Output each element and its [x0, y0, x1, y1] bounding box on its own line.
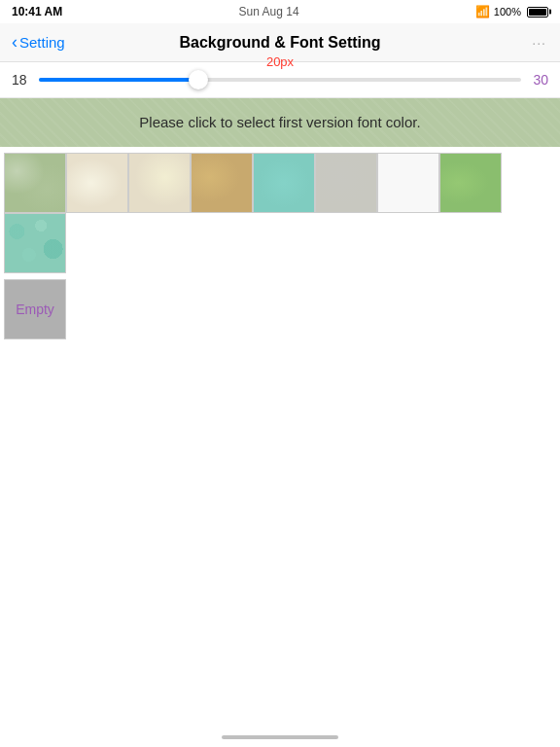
slider-track — [39, 78, 521, 82]
back-button[interactable]: ‹ Setting — [12, 32, 65, 53]
swatch-teal[interactable] — [253, 153, 315, 213]
status-time: 10:41 AM — [12, 5, 62, 18]
slider-fill — [39, 78, 198, 82]
status-bar: 10:41 AM Sun Aug 14 📶 100% — [0, 0, 560, 23]
swatch-white[interactable] — [377, 153, 439, 213]
slider-thumb[interactable] — [189, 70, 208, 89]
slider-wrapper: 20px — [39, 70, 521, 89]
wifi-icon: 📶 — [475, 5, 490, 18]
swatch-light-cream-fill — [129, 154, 190, 212]
swatch-green-texture[interactable] — [4, 153, 66, 213]
swatch-cream[interactable] — [66, 153, 128, 213]
more-options-button[interactable]: ··· — [532, 35, 546, 51]
swatch-white-fill — [378, 154, 438, 212]
page-title: Background & Font Setting — [179, 34, 380, 52]
empty-swatch-button[interactable]: Empty — [4, 279, 66, 339]
back-label: Setting — [19, 34, 65, 51]
empty-label: Empty — [16, 302, 54, 317]
swatch-light-gray[interactable] — [315, 153, 377, 213]
slider-max-label: 30 — [529, 72, 548, 88]
swatch-light-green[interactable] — [439, 153, 502, 213]
chevron-left-icon: ‹ — [12, 32, 18, 53]
slider-min-label: 18 — [12, 72, 31, 88]
swatch-teal-spotted-fill — [5, 214, 65, 272]
status-date: Sun Aug 14 — [239, 5, 299, 18]
slider-current-value: 20px — [266, 54, 294, 69]
color-swatch-grid — [0, 147, 560, 279]
status-icons: 📶 100% — [475, 5, 548, 18]
swatch-tan[interactable] — [191, 153, 253, 213]
swatch-light-cream[interactable] — [128, 153, 191, 213]
swatch-light-green-fill — [440, 154, 501, 212]
swatch-teal-fill — [254, 154, 314, 212]
swatch-teal-spotted[interactable] — [4, 213, 66, 273]
battery-icon — [527, 7, 548, 18]
battery-percent: 100% — [494, 6, 521, 18]
instruction-text: Please click to select first version fon… — [139, 114, 420, 130]
font-size-slider-row: 18 20px 30 — [0, 62, 560, 98]
swatch-light-gray-fill — [316, 154, 376, 212]
swatch-cream-fill — [67, 154, 127, 212]
second-row: Empty — [0, 279, 560, 339]
instruction-banner: Please click to select first version fon… — [0, 98, 560, 147]
swatch-green-texture-fill — [5, 154, 65, 212]
swatch-tan-fill — [192, 154, 252, 212]
home-indicator — [222, 735, 338, 739]
